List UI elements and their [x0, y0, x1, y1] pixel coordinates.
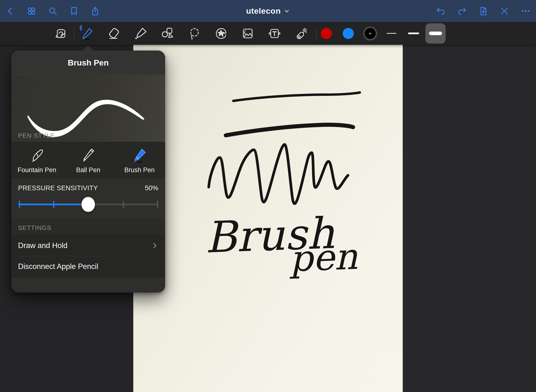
document-title[interactable]: utelecon — [246, 6, 281, 16]
slider-tick-100 — [157, 201, 158, 208]
stroke-width-medium-button[interactable] — [403, 23, 424, 44]
medium-line-icon — [408, 33, 419, 34]
laser-pointer-tool-button[interactable] — [293, 25, 309, 42]
draw-and-hold-row[interactable]: Draw and Hold — [11, 235, 165, 256]
pen-style-ball-pen[interactable]: Ball Pen — [63, 142, 114, 178]
image-icon — [241, 26, 255, 40]
stroke-thick-line — [226, 125, 353, 135]
pressure-sensitivity-label: PRESSURE SENSITIVITY — [18, 184, 98, 192]
stroke-thin-line — [233, 92, 360, 101]
search-button[interactable] — [47, 6, 58, 17]
ink-strokes: Brush pen — [133, 45, 403, 392]
share-icon — [90, 6, 100, 16]
panel-toggle-icon — [54, 26, 67, 40]
pen-style-options: Fountain Pen Ball Pen Brush Pen — [11, 142, 165, 178]
settings-section-label: SETTINGS — [18, 224, 51, 231]
pen-style-section-label: PEN STYLE — [18, 132, 55, 139]
swatch-chevron-down-icon — [368, 31, 373, 36]
ball-pen-icon — [80, 147, 97, 164]
eraser-tool-button[interactable] — [106, 25, 122, 42]
back-button[interactable] — [5, 6, 16, 17]
tool-group — [53, 22, 309, 45]
stroke-preview-area: PEN STYLE — [11, 75, 165, 142]
pen-style-label: Fountain Pen — [18, 166, 56, 174]
slider-tick-75 — [123, 201, 124, 208]
elements-tool-button[interactable] — [213, 25, 229, 42]
pen-style-fountain-pen[interactable]: Fountain Pen — [11, 142, 63, 178]
settings-section: SETTINGS — [11, 218, 165, 235]
slider-tick-0 — [19, 201, 20, 208]
nav-right-group — [435, 6, 531, 17]
lasso-tool-button[interactable] — [186, 25, 202, 42]
search-icon — [48, 6, 58, 16]
undo-button[interactable] — [435, 6, 446, 17]
disconnect-apple-pencil-label: Disconnect Apple Pencil — [18, 262, 98, 271]
top-navigation-bar: utelecon — [0, 0, 536, 22]
fountain-pen-icon — [28, 147, 46, 164]
nav-left-group — [5, 6, 101, 17]
highlighter-tool-button[interactable] — [133, 25, 149, 42]
stroke-width-group — [382, 22, 446, 45]
pressure-sensitivity-value: 50% — [145, 184, 158, 192]
share-button[interactable] — [90, 6, 101, 17]
thin-line-icon — [387, 33, 396, 34]
settings-rows: Draw and Hold Disconnect Apple Pencil — [11, 235, 165, 277]
draw-and-hold-label: Draw and Hold — [18, 241, 67, 250]
pen-style-label: Ball Pen — [76, 166, 100, 174]
shapes-icon — [161, 26, 174, 40]
thumbnails-button[interactable] — [26, 6, 37, 17]
shapes-tool-button[interactable] — [160, 25, 175, 42]
stroke-zigzag — [209, 144, 348, 204]
stroke-width-thin-button[interactable] — [382, 23, 402, 44]
add-page-button[interactable] — [478, 6, 489, 17]
image-tool-button[interactable] — [240, 25, 256, 42]
more-options-button[interactable] — [520, 6, 531, 17]
more-ellipsis-icon — [521, 6, 531, 16]
chevron-right-icon — [151, 242, 158, 249]
redo-icon — [457, 6, 467, 16]
popover-header: Brush Pen — [11, 51, 165, 75]
pen-style-label: Brush Pen — [124, 166, 155, 174]
undo-icon — [436, 6, 446, 16]
elements-sticker-icon — [214, 26, 228, 40]
text-icon — [268, 26, 281, 40]
popover-title: Brush Pen — [68, 58, 109, 67]
handwriting-group: Brush pen — [204, 207, 358, 282]
title-chevron-down-icon[interactable] — [284, 8, 290, 14]
pen-mode-toggle-button[interactable] — [499, 6, 510, 17]
color-swatch-red[interactable] — [319, 26, 333, 40]
eraser-icon — [107, 26, 121, 40]
toolbar-divider — [74, 27, 74, 40]
disconnect-apple-pencil-row[interactable]: Disconnect Apple Pencil — [11, 256, 165, 277]
brush-pen-icon-selected — [131, 147, 148, 164]
bookmark-icon — [69, 6, 79, 16]
slider-thumb[interactable] — [81, 197, 95, 212]
pressure-slider[interactable] — [18, 193, 158, 216]
color-swatch-group — [319, 22, 377, 45]
laser-pointer-icon — [294, 26, 308, 40]
color-swatch-black-selected[interactable] — [363, 26, 377, 40]
bookmark-button[interactable] — [68, 6, 80, 17]
thumbnails-grid-icon — [27, 6, 37, 16]
pen-style-brush-pen-selected[interactable]: Brush Pen — [114, 142, 165, 178]
add-page-icon — [478, 6, 488, 16]
slider-tick-25 — [53, 201, 54, 208]
highlighter-icon — [134, 26, 148, 40]
toolbar-divider — [316, 27, 317, 40]
panel-toggle-button[interactable] — [53, 25, 68, 42]
thick-line-icon — [429, 32, 442, 35]
brush-pen-popover: Brush Pen PEN STYLE Fountain Pen Ball Pe… — [11, 51, 165, 293]
pen-tool-button[interactable] — [79, 25, 95, 42]
lasso-icon — [187, 26, 201, 40]
pressure-sensitivity-section: PRESSURE SENSITIVITY 50% — [11, 178, 165, 218]
stroke-width-thick-button[interactable] — [425, 23, 446, 44]
bluetooth-icon — [78, 25, 83, 32]
color-swatch-blue[interactable] — [341, 26, 355, 40]
pen-mode-toggle-icon — [499, 6, 509, 16]
notebook-page[interactable]: Brush pen — [133, 45, 403, 392]
text-tool-button[interactable] — [267, 25, 282, 42]
handwriting-word2: pen — [288, 235, 358, 280]
popover-footer — [11, 277, 165, 293]
redo-button[interactable] — [456, 6, 468, 17]
back-icon — [5, 6, 15, 16]
